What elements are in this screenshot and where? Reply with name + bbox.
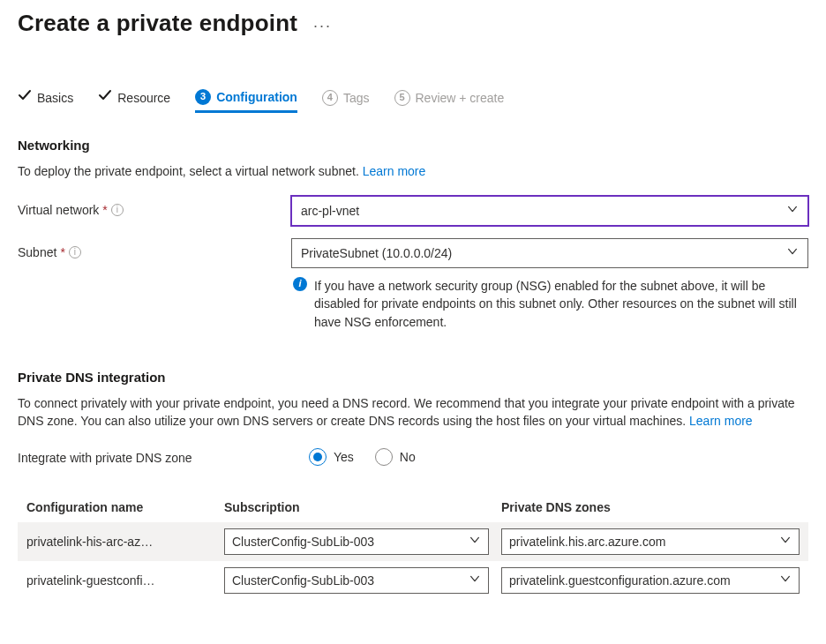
required-star-icon: * xyxy=(102,201,107,219)
tab-review-create[interactable]: 5 Review + create xyxy=(394,89,505,112)
dns-table-header: Configuration name Subscription Private … xyxy=(18,492,808,522)
subnet-value: PrivateSubnet (10.0.0.0/24) xyxy=(301,244,452,262)
subscription-value: ClusterConfig-SubLib-003 xyxy=(232,533,374,550)
col-subscription: Subscription xyxy=(224,498,489,516)
radio-label: No xyxy=(400,448,416,466)
step-number-icon: 3 xyxy=(195,89,211,105)
dns-zone-select[interactable]: privatelink.his.arc.azure.com xyxy=(501,528,800,555)
col-config-name: Configuration name xyxy=(26,498,212,516)
networking-description: To deploy the private endpoint, select a… xyxy=(18,162,808,180)
tab-label: Basics xyxy=(37,89,73,107)
tab-label: Review + create xyxy=(416,89,505,107)
dns-zone-value: privatelink.guestconfiguration.azure.com xyxy=(509,572,731,589)
radio-icon xyxy=(375,448,393,466)
tab-label: Configuration xyxy=(216,88,297,106)
radio-label: Yes xyxy=(334,448,354,466)
config-name-cell: privatelink-guestconfi… xyxy=(26,572,212,589)
table-row: privatelink-his-arc-az… ClusterConfig-Su… xyxy=(18,522,808,561)
tab-resource[interactable]: Resource xyxy=(98,88,170,112)
subscription-value: ClusterConfig-SubLib-003 xyxy=(232,572,374,589)
step-number-icon: 5 xyxy=(394,90,410,106)
check-icon xyxy=(98,88,112,107)
dns-description: To connect privately with your private e… xyxy=(18,394,808,431)
step-number-icon: 4 xyxy=(322,90,338,106)
chevron-down-icon xyxy=(469,533,481,550)
integrate-dns-yes[interactable]: Yes xyxy=(309,448,354,466)
learn-more-link-networking[interactable]: Learn more xyxy=(363,164,426,178)
chevron-down-icon xyxy=(786,202,799,220)
integrate-dns-label: Integrate with private DNS zone xyxy=(18,447,309,467)
radio-icon xyxy=(309,448,327,466)
section-title-networking: Networking xyxy=(18,136,808,155)
subnet-select[interactable]: PrivateSubnet (10.0.0.0/24) xyxy=(291,238,808,268)
chevron-down-icon xyxy=(779,533,792,550)
tab-label: Tags xyxy=(343,89,370,107)
nsg-callout: i If you have a network security group (… xyxy=(291,277,808,331)
check-icon xyxy=(18,88,32,107)
virtual-network-select[interactable]: arc-pl-vnet xyxy=(291,196,808,226)
subscription-select[interactable]: ClusterConfig-SubLib-003 xyxy=(224,567,489,594)
required-star-icon: * xyxy=(60,243,64,261)
subnet-label: Subnet * i xyxy=(18,238,291,261)
integrate-dns-no[interactable]: No xyxy=(375,448,416,466)
chevron-down-icon xyxy=(469,572,481,589)
col-dns-zones: Private DNS zones xyxy=(501,498,800,516)
chevron-down-icon xyxy=(786,244,799,262)
dns-zone-value: privatelink.his.arc.azure.com xyxy=(509,533,665,550)
dns-zones-table: Configuration name Subscription Private … xyxy=(18,492,808,600)
virtual-network-value: arc-pl-vnet xyxy=(301,202,359,220)
subscription-select[interactable]: ClusterConfig-SubLib-003 xyxy=(224,528,489,555)
info-icon[interactable]: i xyxy=(69,246,81,258)
learn-more-link-dns[interactable]: Learn more xyxy=(689,414,753,428)
info-solid-icon: i xyxy=(293,277,307,291)
table-row: privatelink-guestconfi… ClusterConfig-Su… xyxy=(18,561,808,600)
nsg-callout-text: If you have a network security group (NS… xyxy=(314,277,808,331)
config-name-cell: privatelink-his-arc-az… xyxy=(26,533,212,550)
tab-tags[interactable]: 4 Tags xyxy=(322,89,370,112)
more-actions-button[interactable]: ··· xyxy=(313,14,332,37)
section-title-dns: Private DNS integration xyxy=(18,368,808,387)
info-icon[interactable]: i xyxy=(111,204,124,216)
wizard-tabs: Basics Resource 3 Configuration 4 Tags 5… xyxy=(18,88,808,113)
page-title: Create a private endpoint xyxy=(18,7,297,41)
tab-basics[interactable]: Basics xyxy=(18,88,73,112)
dns-zone-select[interactable]: privatelink.guestconfiguration.azure.com xyxy=(501,567,800,594)
integrate-dns-radio-group: Yes No xyxy=(309,448,416,466)
tab-label: Resource xyxy=(117,89,170,107)
virtual-network-label: Virtual network * i xyxy=(18,196,291,219)
tab-configuration[interactable]: 3 Configuration xyxy=(195,88,297,113)
chevron-down-icon xyxy=(779,572,792,589)
